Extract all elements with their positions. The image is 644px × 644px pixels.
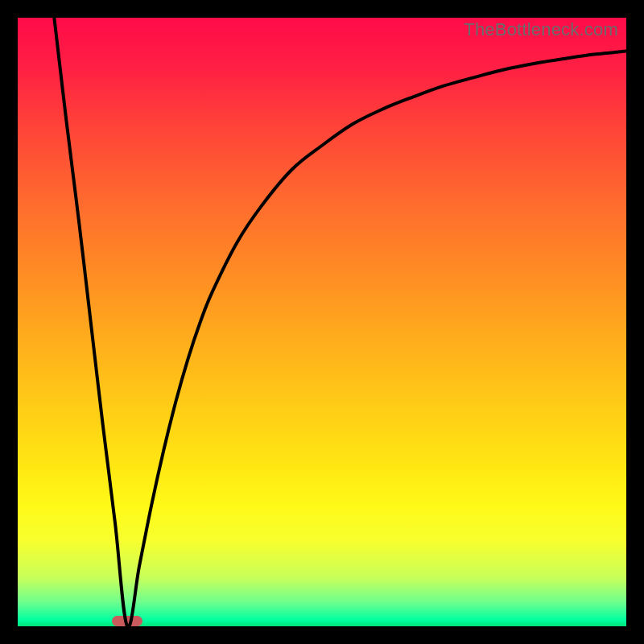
bottleneck-curve [18,18,626,626]
plot-area: TheBottleneck.com [18,18,626,626]
watermark-text: TheBottleneck.com [464,19,618,40]
chart-frame: TheBottleneck.com [0,0,644,644]
